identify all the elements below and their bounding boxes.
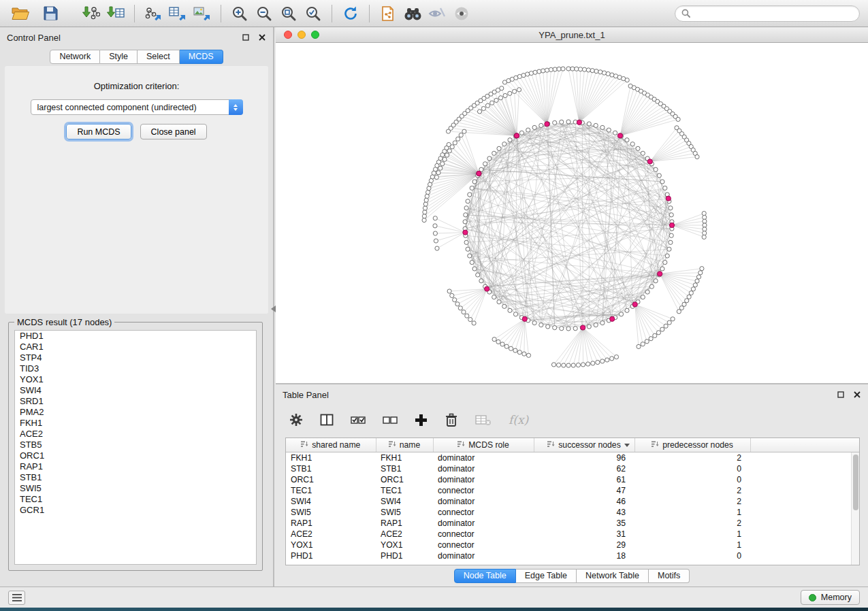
close-panel-icon[interactable] (853, 391, 861, 399)
network-canvas[interactable] (276, 43, 868, 383)
column-header-shared-name[interactable]: shared name (286, 438, 376, 452)
table-tab-motifs[interactable]: Motifs (649, 569, 690, 583)
status-bar: Memory (0, 587, 868, 608)
tab-mcds[interactable]: MCDS (180, 50, 223, 64)
mcds-result-item[interactable]: CAR1 (15, 342, 256, 352)
mcds-result-item[interactable]: RAP1 (15, 461, 256, 472)
splitter-collapse-arrow[interactable] (271, 306, 276, 312)
close-window-icon[interactable] (284, 31, 292, 39)
status-menu-button[interactable] (8, 591, 25, 605)
network-titlebar[interactable]: YPA_prune.txt_1 (276, 27, 868, 43)
float-panel-icon[interactable] (242, 33, 250, 42)
memory-button[interactable]: Memory (801, 590, 860, 605)
sort-icon (457, 440, 465, 450)
scrollbar-thumb[interactable] (853, 455, 858, 510)
mcds-result-item[interactable]: PMA2 (15, 407, 256, 418)
dropdown-stepper-icon[interactable] (229, 99, 243, 115)
unselect-all-columns-button[interactable] (383, 414, 398, 426)
hide-graphics-details-button[interactable] (425, 3, 449, 24)
table-row[interactable]: SWI4SWI4dominator462 (286, 496, 859, 507)
mcds-result-item[interactable]: FKH1 (15, 418, 256, 429)
maximize-window-icon[interactable] (311, 31, 319, 39)
optimization-criterion-dropdown[interactable]: largest connected component (undirected) (31, 99, 243, 115)
table-tab-edge-table[interactable]: Edge Table (516, 569, 577, 583)
tab-select[interactable]: Select (138, 50, 180, 64)
memory-status-icon (809, 594, 816, 601)
close-panel-icon[interactable] (258, 33, 266, 42)
table-panel-title: Table Panel (283, 390, 329, 400)
delete-table-button[interactable] (475, 414, 492, 426)
table-panel-header: Table Panel (276, 384, 868, 405)
tab-style[interactable]: Style (100, 50, 138, 64)
close-panel-button[interactable]: Close panel (140, 124, 207, 139)
table-scrollbar[interactable] (851, 452, 859, 565)
sort-caret-icon[interactable] (624, 444, 630, 447)
table-row[interactable]: PHD1PHD1dominator180 (286, 550, 859, 561)
mcds-result-item[interactable]: ACE2 (15, 429, 256, 440)
table-tab-network-table[interactable]: Network Table (577, 569, 649, 583)
mcds-result-item[interactable]: STB5 (15, 440, 256, 450)
mcds-result-item[interactable]: GCR1 (15, 505, 256, 516)
mcds-result-item[interactable]: TID3 (15, 363, 256, 374)
float-panel-icon[interactable] (837, 391, 845, 399)
save-button[interactable] (38, 3, 63, 24)
show-details-eye-icon (454, 6, 469, 21)
mcds-result-title: MCDS result (17 nodes) (14, 317, 114, 327)
search-network-button[interactable] (400, 3, 425, 24)
search-input[interactable] (694, 9, 853, 18)
table-row[interactable]: SWI5SWI5connector431 (286, 507, 859, 518)
import-network-button[interactable] (79, 3, 103, 24)
search-box[interactable] (675, 5, 860, 22)
delete-column-button[interactable] (445, 413, 458, 427)
column-header-MCDS-role[interactable]: MCDS role (433, 438, 534, 452)
table-row[interactable]: FKH1FKH1dominator962 (286, 452, 859, 463)
table-row[interactable]: ORC1ORC1dominator610 (286, 474, 859, 485)
mcds-result-item[interactable]: PHD1 (15, 331, 256, 342)
mcds-result-item[interactable]: STB1 (15, 472, 256, 483)
table-row[interactable]: STB1STB1dominator620 (286, 463, 859, 474)
select-all-columns-button[interactable] (351, 414, 366, 426)
minimize-window-icon[interactable] (298, 31, 306, 39)
zoom-in-button[interactable] (227, 3, 252, 24)
export-image-button[interactable] (190, 3, 214, 24)
mcds-result-item[interactable]: SWI4 (15, 385, 256, 396)
open-folder-icon (12, 6, 29, 20)
table-row[interactable]: ACE2ACE2connector311 (286, 529, 859, 540)
mcds-result-list: PHD1CAR1STP4TID3YOX1SWI4SRD1PMA2FKH1ACE2… (14, 330, 257, 565)
column-label: shared name (312, 440, 360, 450)
add-column-button[interactable] (415, 414, 428, 427)
refresh-button[interactable] (338, 3, 363, 24)
memory-label: Memory (821, 593, 852, 602)
settings-gear-button[interactable] (289, 413, 303, 427)
mcds-result-item[interactable]: YOX1 (15, 374, 256, 385)
mcds-result-item[interactable]: ORC1 (15, 450, 256, 461)
share-document-button[interactable] (376, 3, 400, 24)
table-panel: Table Panel (276, 383, 868, 587)
mcds-result-item[interactable]: STP4 (15, 352, 256, 363)
table-row[interactable]: TEC1TEC1connector472 (286, 485, 859, 496)
column-header-successor-nodes[interactable]: successor nodes (534, 438, 634, 452)
export-table-button[interactable] (165, 3, 190, 24)
export-image-icon (193, 6, 211, 21)
table-row[interactable]: RAP1RAP1dominator352 (286, 518, 859, 529)
apply-function-button[interactable]: f(x) (509, 413, 528, 427)
zoom-selected-button[interactable] (301, 3, 325, 24)
import-table-button[interactable] (103, 3, 128, 24)
open-file-button[interactable] (8, 3, 33, 24)
mcds-result-item[interactable]: TEC1 (15, 494, 256, 505)
zoom-fit-button[interactable] (276, 3, 301, 24)
mcds-result-item[interactable]: SWI5 (15, 483, 256, 494)
table-bottom-tabs: Node TableEdge TableNetwork TableMotifs (276, 569, 868, 583)
column-header-predecessor-nodes[interactable]: predecessor nodes (634, 438, 750, 452)
column-header-name[interactable]: name (376, 438, 433, 452)
table-row[interactable]: YOX1YOX1connector291 (286, 540, 859, 550)
show-graphics-details-button[interactable] (449, 3, 474, 24)
table-tab-node-table[interactable]: Node Table (454, 569, 516, 583)
search-icon (681, 9, 690, 18)
mcds-result-item[interactable]: SRD1 (15, 396, 256, 407)
show-columns-button[interactable] (320, 414, 334, 426)
tab-network[interactable]: Network (50, 50, 100, 64)
export-network-button[interactable] (141, 3, 165, 24)
zoom-out-button[interactable] (252, 3, 276, 24)
run-mcds-button[interactable]: Run MCDS (66, 124, 131, 139)
